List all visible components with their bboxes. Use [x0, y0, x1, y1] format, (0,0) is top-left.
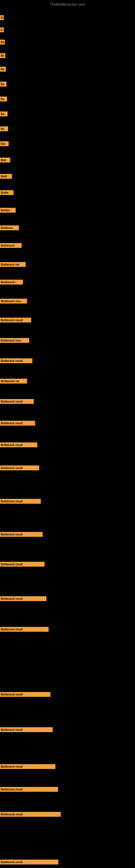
bar-row: Bottleneck result — [0, 764, 135, 769]
bar-row: Bottleneck — [0, 243, 135, 248]
bar-label: Bottleneck result — [0, 787, 58, 792]
bar-label: Bottleneck r — [0, 280, 23, 284]
bar-label: Bottleneck result — [0, 727, 53, 732]
bar-label: Bottleneck result — [0, 399, 34, 404]
bar-label: Bottleneck resu — [0, 299, 27, 304]
site-title: TheBottlenecker.com — [0, 0, 135, 9]
bar-label: Bottl — [0, 174, 12, 179]
bar-row: Bottleneck result — [0, 812, 135, 817]
bar-label: Bottlen — [0, 208, 16, 213]
bar-row: B — [0, 15, 135, 20]
bar-label: Bottleneck result — [0, 627, 49, 632]
bar-row: Bottleneck r — [0, 279, 135, 285]
bar-label: Bottleneck resu — [0, 338, 29, 343]
bar-row: Bottleneck result — [0, 532, 135, 537]
bar-label: Bo — [0, 53, 5, 58]
bar-row: Bottleneck result — [0, 596, 135, 601]
bar-label: Bo — [0, 67, 6, 72]
bar-row: Bottleneck result — [0, 561, 135, 567]
bar-row: Bo — [0, 82, 135, 87]
bar-row: Bottleneck result — [0, 627, 135, 632]
bar-row: Bottleneck result — [0, 859, 135, 865]
bar-row: Bottleneck result — [0, 727, 135, 733]
bar-row: Bottleneck result — [0, 465, 135, 471]
bar-label: Bottleneck result — [0, 596, 46, 601]
bar-label: B — [0, 15, 4, 20]
bar-row: Bo — [0, 126, 135, 131]
bar-row: Bo — [0, 96, 135, 102]
bar-label: Bottleneck result — [0, 318, 31, 322]
bar-row: Bott — [0, 157, 135, 163]
bar-label: Bottleneck result — [0, 499, 41, 504]
bar-row: Bo — [0, 39, 135, 45]
bar-label: Bottleneck result — [0, 465, 39, 470]
bar-label: Bottleneck res — [0, 379, 27, 383]
bar-label: Bott — [0, 158, 10, 162]
bar-row: Bo — [0, 53, 135, 58]
bar-row: Bottleneck result — [0, 442, 135, 447]
bar-label: Bottleneck result — [0, 562, 45, 567]
bar-label: Bo — [0, 112, 8, 116]
bar-row: Bot — [0, 141, 135, 147]
bar-label: Bottleneck result — [0, 812, 61, 817]
bar-label: Bottleneck — [0, 243, 21, 248]
bar-label: E — [0, 27, 4, 32]
bar-label: Bottleneck res — [0, 262, 26, 267]
bar-label: Bottle — [0, 190, 13, 195]
bar-row: Bottle — [0, 190, 135, 195]
bar-label: Bottleneck result — [0, 692, 50, 697]
bar-label: Bot — [0, 141, 9, 146]
bar-row: Bottleneck res — [0, 378, 135, 384]
bar-label: Bottleneck result — [0, 421, 35, 426]
bar-row: Bottleneck result — [0, 692, 135, 697]
bar-label: Bottleneck result — [0, 532, 43, 537]
bar-row: Bottl — [0, 174, 135, 179]
bar-row: Bottlen — [0, 208, 135, 213]
bar-row: Bottleneck res — [0, 262, 135, 267]
bar-label: Bottlenec — [0, 225, 19, 230]
bar-row: Bottleneck result — [0, 786, 135, 792]
bar-row: Bottleneck result — [0, 499, 135, 504]
bar-label: Bottleneck result — [0, 860, 58, 865]
bar-row: Bottleneck result — [0, 358, 135, 364]
bar-row: Bottlenec — [0, 225, 135, 230]
bar-label: Bo — [0, 82, 6, 87]
bar-label: Bottleneck result — [0, 764, 55, 769]
bar-row: Bottleneck resu — [0, 338, 135, 343]
bar-label: Bottleneck result — [0, 442, 37, 447]
bar-label: Bo — [0, 97, 7, 101]
bar-row: Bottleneck result — [0, 399, 135, 404]
bar-row: Bottleneck resu — [0, 299, 135, 304]
bar-label: Bottleneck result — [0, 358, 32, 363]
bar-row: Bo — [0, 66, 135, 72]
bar-row: Bo — [0, 111, 135, 117]
bar-label: Bo — [0, 40, 5, 44]
bar-row: E — [0, 27, 135, 33]
bar-row: Bottleneck result — [0, 317, 135, 323]
bar-label: Bo — [0, 126, 8, 131]
bar-row: Bottleneck result — [0, 421, 135, 426]
